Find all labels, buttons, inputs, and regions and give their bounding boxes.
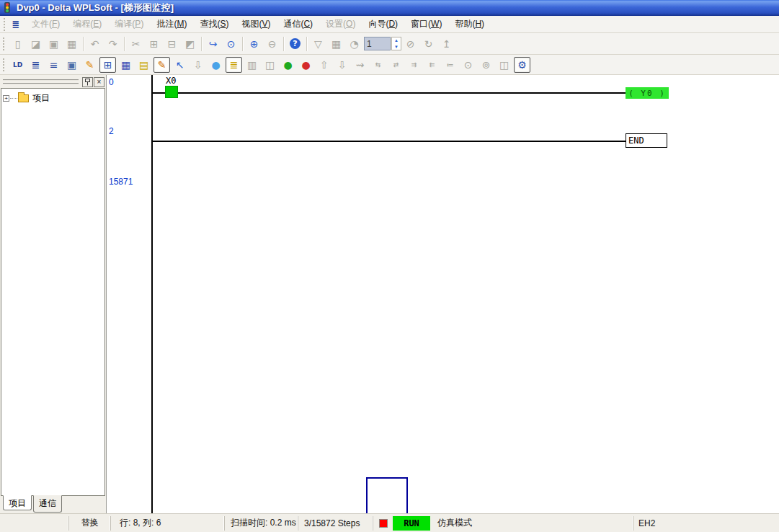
toolbar-separator [306,37,307,51]
panel-drag-handle[interactable] [3,79,79,84]
sfc-view-button[interactable]: ≡ [45,57,62,73]
menu-window[interactable]: 窗口(W) [404,17,448,31]
tab-project[interactable]: 项目 [3,495,32,510]
zoom-out-button[interactable]: ⊖ [264,36,280,52]
menu-wizard[interactable]: 向导(D) [362,17,404,31]
save-button[interactable]: ▣ [45,36,62,52]
communication-setting-icon: ▣ [67,60,76,70]
device-table-button[interactable]: ▦ [117,57,134,73]
tree-connector [10,98,17,99]
cut-button[interactable]: ✂ [128,36,144,52]
search-module-button[interactable]: ⊙ [460,57,476,73]
transfer-out-button[interactable]: ⇉ [406,57,422,73]
title-bar: Dvp0 - Delta WPLSoft - [梯形图监控] [0,0,779,16]
rung2-wire [151,141,626,142]
coil-y0-on[interactable]: ( Y0 ) [626,87,669,99]
hint-lightbulb-button[interactable]: ● [208,57,224,73]
device-force-button[interactable]: ↖ [172,57,188,73]
download-monitor-button[interactable]: ⇩ [190,57,206,73]
monitor-row-spinner[interactable]: ▲▼ [391,37,401,50]
folder-icon [18,94,29,102]
toolbar-separator [242,37,243,51]
upload-program-button[interactable]: ⇧ [316,57,332,73]
pin-button[interactable] [82,77,93,87]
menu-file[interactable]: 文件(F) [25,17,66,31]
ladder-monitor-window-icon[interactable]: ≣ [9,19,22,30]
communication-setting-button[interactable]: ▣ [63,57,80,73]
contact-x0-on[interactable] [165,86,178,98]
transfer-in-icon: ⇇ [429,60,435,70]
menu-view[interactable]: 视图(V) [235,17,277,31]
stop-indicator-cell [373,516,393,531]
comment-edit-icon: ▤ [139,60,148,70]
return-step-button[interactable]: ↥ [438,36,455,52]
scan-clock-button[interactable]: ◔ [346,36,362,52]
end-instruction[interactable]: END [626,133,667,148]
monitor-row-input[interactable] [364,37,391,50]
online-mode-button[interactable]: ⇝ [352,57,368,73]
menu-options[interactable]: 设置(O) [319,17,362,31]
workspace-window-button[interactable]: ⊞ [99,57,116,73]
print-button[interactable]: ▦ [63,36,80,52]
run-plc-button[interactable]: ● [280,57,296,73]
ladder-monitor-pen-button[interactable]: ✎ [153,57,170,73]
menubar-grip[interactable] [4,18,7,31]
find-button[interactable]: ⊙ [223,36,239,52]
menu-comment[interactable]: 批注(M) [150,17,193,31]
ladder-monitoring-button[interactable]: ≣ [226,57,242,73]
pause-monitor-icon: ⊘ [406,39,415,49]
device-monitor-table-icon: ▥ [247,60,257,70]
stop-plc-button[interactable]: ● [298,57,314,73]
tab-communication[interactable]: 通信 [33,495,62,513]
pin-icon [84,79,91,86]
open-button[interactable]: ◪ [27,36,44,52]
ladder-editor[interactable]: 0 2 15871 X0 ( Y0 ) END [107,75,779,513]
register-editor-button[interactable]: ≔ [442,57,458,73]
menu-help[interactable]: 帮助(H) [448,17,491,31]
menu-search[interactable]: 查找(S) [193,17,235,31]
comment-edit-button[interactable]: ▤ [135,57,152,73]
monitor-filter-button[interactable]: ▽ [310,36,326,52]
pause-monitor-button[interactable]: ⊘ [402,36,419,52]
undo-icon: ↶ [91,39,99,49]
close-panel-button[interactable]: × [94,77,104,87]
ladder-cursor [366,477,408,513]
goto-icon: ↪ [209,39,218,49]
paste-button[interactable]: ⊟ [164,36,180,52]
toolbar-grip[interactable] [3,37,6,50]
network-monitor-button[interactable]: ◫ [496,57,512,73]
menu-communication[interactable]: 通信(C) [277,17,319,31]
code-to-ladder-button[interactable]: ⇄ [388,57,404,73]
transfer-out-icon: ⇉ [411,60,417,70]
device-monitor-table-button[interactable]: ▥ [244,57,260,73]
step-number-end: 15871 [109,177,133,187]
new-button[interactable]: ▯ [9,36,26,52]
device-batch-monitor-button[interactable]: ▦ [328,36,344,52]
refresh-button[interactable]: ↻ [420,36,437,52]
zoom-in-button[interactable]: ⊕ [246,36,262,52]
main-area: × + 项目 项目 通信 0 2 15871 X0 ( Y0 ) END [0,75,779,513]
download-program-button[interactable]: ⇩ [334,57,350,73]
undo-button[interactable]: ↶ [86,36,103,52]
instruction-list-view-button[interactable]: LD [9,57,26,73]
ladder-view-button[interactable]: ≣ [27,57,44,73]
find-icon: ⊙ [227,39,236,49]
toolbar-grip[interactable] [3,58,6,71]
menu-programming[interactable]: 编程(E) [66,17,108,31]
simulator-button[interactable]: ⚙ [514,57,530,73]
search-ip-button[interactable]: ⊚ [478,57,494,73]
help-button[interactable]: ? [287,36,303,52]
tree-item-project[interactable]: + 项目 [3,92,103,105]
menu-compile[interactable]: 编译(P) [108,17,150,31]
history-window-button[interactable]: ◫ [262,57,278,73]
edit-mode-button[interactable]: ✎ [81,57,98,73]
monitor-filter-icon: ▽ [314,39,322,49]
redo-button[interactable]: ↷ [104,36,121,52]
transfer-in-button[interactable]: ⇇ [424,57,440,73]
goto-button[interactable]: ↪ [205,36,221,52]
erase-icon: ◩ [185,39,195,49]
erase-button[interactable]: ◩ [182,36,198,52]
copy-button[interactable]: ⊞ [146,36,162,52]
ladder-to-code-button[interactable]: ⇆ [370,57,386,73]
expand-icon[interactable]: + [3,95,9,102]
